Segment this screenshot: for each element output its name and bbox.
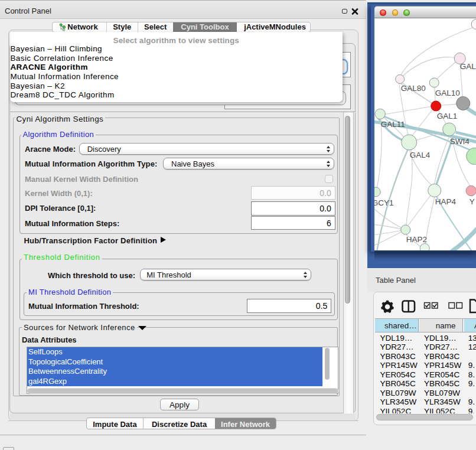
svg-text:GCY1: GCY1: [374, 198, 393, 207]
svg-text:GAL1: GAL1: [437, 112, 457, 120]
svg-text:GAL7: GAL7: [460, 62, 476, 71]
svg-text:GAL4: GAL4: [410, 151, 431, 159]
svg-text:HAP4: HAP4: [435, 197, 457, 206]
svg-text:SWI4: SWI4: [450, 137, 470, 146]
svg-text:GAL11: GAL11: [381, 120, 405, 129]
svg-text:GAL80: GAL80: [401, 84, 426, 93]
svg-text:Y: Y: [470, 197, 475, 206]
svg-text:GAL10: GAL10: [435, 89, 460, 97]
svg-text:HAP2: HAP2: [406, 235, 427, 244]
